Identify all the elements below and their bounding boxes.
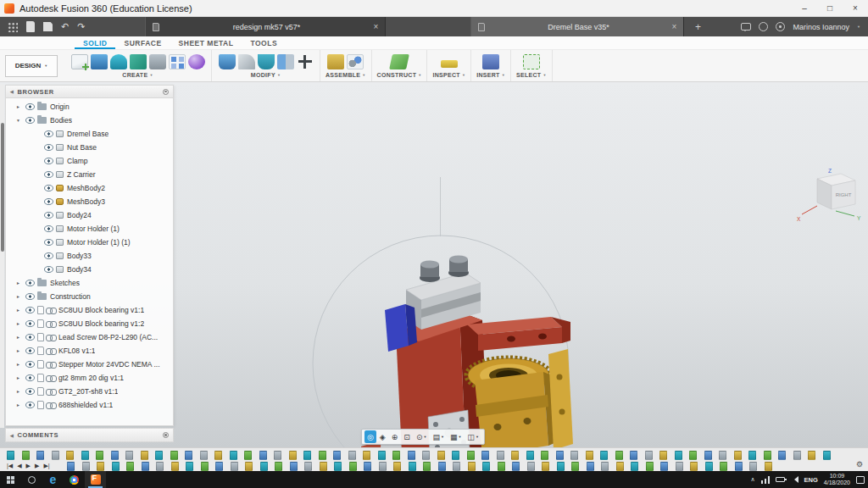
timeline-feature-icon[interactable] <box>363 451 370 460</box>
ribbon-group-dropdown[interactable]: CONSTRUCT▼ <box>377 72 422 78</box>
timeline-feature-icon[interactable] <box>214 451 222 460</box>
timeline-feature-icon[interactable] <box>676 462 683 471</box>
timeline-feature-icon[interactable] <box>630 451 637 460</box>
browser-item[interactable]: ►Sketches <box>6 276 173 290</box>
network-icon[interactable] <box>761 476 770 484</box>
display-settings-button[interactable]: ▤▼ <box>430 430 446 443</box>
taskbar-app-start[interactable] <box>0 471 21 488</box>
browser-item[interactable]: ►GT2_20T-sh8 v1:1 <box>6 385 173 398</box>
browser-header[interactable]: ◀ BROWSER <box>6 86 173 98</box>
timeline-feature-icon[interactable] <box>215 462 223 471</box>
visibility-eye-icon[interactable] <box>25 334 35 341</box>
browser-item[interactable]: MeshBody2 <box>6 181 173 195</box>
timeline-feature-icon[interactable] <box>571 462 579 471</box>
visibility-eye-icon[interactable] <box>44 252 53 259</box>
ribbon-group-dropdown[interactable]: SELECT▼ <box>516 72 547 78</box>
sweep-icon[interactable] <box>130 54 147 69</box>
tray-overflow-chevron-icon[interactable]: ∧ <box>750 476 754 483</box>
new-sketch-icon[interactable] <box>71 54 88 69</box>
timeline-feature-icon[interactable] <box>201 462 209 471</box>
timeline-feature-icon[interactable] <box>244 451 252 460</box>
move-copy-icon[interactable] <box>297 54 314 69</box>
visibility-eye-icon[interactable] <box>44 130 53 137</box>
help-icon[interactable] <box>776 22 785 31</box>
clock[interactable]: 10:09 4/18/2020 <box>824 473 850 487</box>
timeline-settings-gear-icon[interactable]: ⚙ <box>856 460 863 469</box>
visibility-eye-icon[interactable] <box>25 388 35 395</box>
browser-item[interactable]: MeshBody3 <box>6 195 173 208</box>
select-window-icon[interactable] <box>523 54 540 69</box>
timeline-feature-icon[interactable] <box>452 451 459 460</box>
timeline-feature-icon[interactable] <box>764 451 771 460</box>
pan-button[interactable]: ⊕ <box>389 430 401 443</box>
visibility-eye-icon[interactable] <box>25 103 35 110</box>
browser-item[interactable]: Nut Base <box>6 141 173 154</box>
expand-arrow-icon[interactable]: ► <box>14 294 22 299</box>
timeline-feature-icon[interactable] <box>719 451 726 460</box>
timeline-feature-icon[interactable] <box>334 462 342 471</box>
visibility-eye-icon[interactable] <box>44 171 53 178</box>
browser-item[interactable]: ►SC8UU Block bearing v1:2 <box>6 317 173 330</box>
browser-scrollbar[interactable] <box>0 85 4 428</box>
browser-item[interactable]: Body24 <box>6 208 173 222</box>
timeline-feature-icon[interactable] <box>392 451 400 460</box>
timeline-feature-icon[interactable] <box>808 451 815 460</box>
form-icon[interactable] <box>188 54 205 69</box>
visibility-eye-icon[interactable] <box>44 144 53 151</box>
timeline-feature-icon[interactable] <box>498 462 505 471</box>
ribbon-group-dropdown[interactable]: MODIFY▼ <box>251 72 281 78</box>
expand-arrow-icon[interactable]: ► <box>14 375 22 380</box>
expand-arrow-icon[interactable]: ► <box>14 389 22 394</box>
timeline-feature-icon[interactable] <box>497 451 504 460</box>
timeline-feature-icon[interactable] <box>600 451 608 460</box>
expand-arrow-icon[interactable]: ► <box>14 348 22 353</box>
timeline-feature-icon[interactable] <box>142 462 149 471</box>
timeline-feature-icon[interactable] <box>541 451 548 460</box>
timeline-feature-icon[interactable] <box>423 462 431 471</box>
browser-item[interactable]: Body34 <box>6 263 173 276</box>
ribbon-tab-tools[interactable]: TOOLS <box>242 36 286 49</box>
document-tab[interactable]: redesign mk57 v57*× <box>145 17 386 36</box>
browser-item[interactable]: Motor Holder (1) (1) <box>6 236 173 249</box>
timeline-feature-icon[interactable] <box>645 451 653 460</box>
timeline-feature-icon[interactable] <box>615 451 623 460</box>
timeline-feature-icon[interactable] <box>7 451 14 460</box>
timeline-feature-icon[interactable] <box>823 451 831 460</box>
browser-item[interactable]: ►SC8UU Block bearing v1:1 <box>6 303 173 317</box>
visibility-eye-icon[interactable] <box>25 320 35 327</box>
visibility-eye-icon[interactable] <box>25 307 35 313</box>
timeline-feature-icon[interactable] <box>749 462 757 471</box>
timeline-feature-icon[interactable] <box>675 451 682 460</box>
timeline-feature-icon[interactable] <box>511 451 519 460</box>
timeline-feature-icon[interactable] <box>689 451 697 460</box>
expand-arrow-icon[interactable]: ► <box>14 402 22 408</box>
construction-plane-icon[interactable] <box>389 54 409 69</box>
browser-item[interactable]: ▼Bodies <box>6 114 173 127</box>
browser-item[interactable]: Motor Holder (1) <box>6 222 173 236</box>
joint-icon[interactable] <box>347 54 364 69</box>
timeline-feature-icon[interactable] <box>290 462 298 471</box>
expand-arrow-icon[interactable]: ▼ <box>14 118 22 123</box>
timeline-feature-icon[interactable] <box>320 462 327 471</box>
close-tab-icon[interactable]: × <box>374 22 379 31</box>
timeline-feature-icon[interactable] <box>793 451 801 460</box>
timeline-feature-icon[interactable] <box>481 451 489 460</box>
timeline-feature-icon[interactable] <box>275 462 282 471</box>
browser-item[interactable]: ►688shielded v1:1 <box>6 398 173 412</box>
timeline-feature-icon[interactable] <box>171 462 179 471</box>
viewports-button[interactable]: ◫▼ <box>465 430 481 443</box>
notifications-icon[interactable] <box>759 22 768 31</box>
timeline-feature-icon[interactable] <box>586 451 593 460</box>
expand-arrow-icon[interactable]: ► <box>14 321 22 326</box>
timeline-feature-icon[interactable] <box>735 462 743 471</box>
viewcube[interactable]: RIGHT X Y Z <box>792 167 865 228</box>
browser-item[interactable]: ►Stepper Motor 24VDC NEMA ... <box>6 358 173 371</box>
ribbon-group-dropdown[interactable]: INSERT▼ <box>476 72 505 78</box>
visibility-eye-icon[interactable] <box>44 212 53 219</box>
collapse-panel-icon[interactable]: ◀ <box>10 433 14 438</box>
timeline-feature-icon[interactable] <box>364 462 371 471</box>
extrude-icon[interactable] <box>91 54 108 69</box>
timeline-feature-icon[interactable] <box>601 462 609 471</box>
browser-item[interactable]: Z Carrier <box>6 168 173 181</box>
ribbon-tab-surface[interactable]: SURFACE <box>115 36 170 49</box>
